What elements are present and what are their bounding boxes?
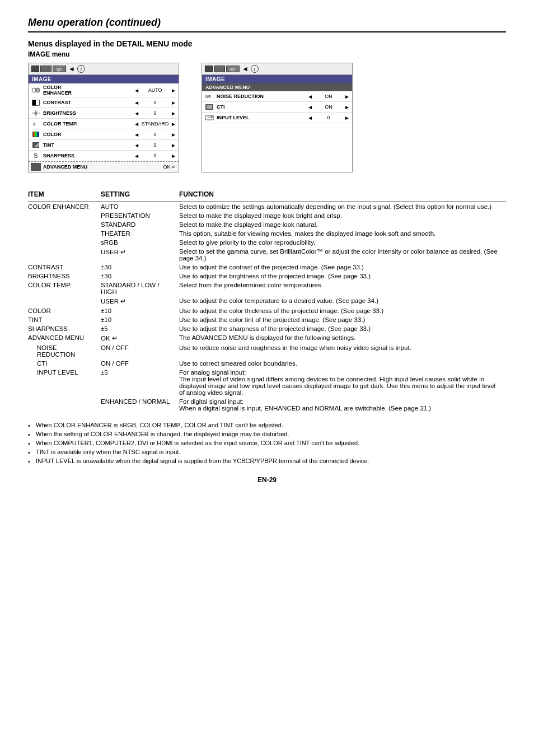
item-color-temp: COLOR TEMP. (28, 281, 101, 296)
menu-row-noise: NR NOISE REDUCTION ◄ ON ► (202, 91, 352, 102)
contrast-value: 0 (141, 100, 169, 105)
adv-menu-info-icon: i (251, 65, 259, 73)
arrow-right-7: ► (171, 153, 176, 159)
function-auto: Select to optimize the settings automati… (179, 202, 506, 212)
item-cti: CTI (28, 359, 101, 368)
item-input-level: INPUT LEVEL (28, 368, 101, 397)
tint-value: 0 (141, 142, 169, 148)
setting-color-temp: STANDARD / LOW / HIGH (101, 281, 179, 296)
bullet-text-2: When the setting of COLOR ENHANCER is ch… (36, 431, 289, 437)
advanced-menu-box: opt. ◄ i IMAGE ADVANCED MENU NR NOISE RE… (202, 63, 353, 172)
table-row: STANDARD Select to make the displayed im… (28, 220, 506, 229)
bullet-dot-2: • (28, 431, 31, 438)
menu-row-contrast: CONTRAST ◄ 0 ► (29, 97, 179, 108)
image-menu-title: IMAGE (29, 75, 179, 83)
table-row: SHARPNESS ±5 Use to adjust the sharpness… (28, 324, 506, 333)
info-table: ITEM SETTING FUNCTION COLOR ENHANCER AUT… (28, 189, 506, 413)
arrow-left-7: ◄ (134, 153, 139, 159)
setting-enhanced: ENHANCED / NORMAL (101, 397, 179, 413)
input-arrow-right: ► (344, 115, 350, 121)
setting-user-1: USER ↵ (101, 247, 179, 263)
advanced-menu-icon (31, 163, 41, 171)
adv-menu-icon-2 (214, 66, 225, 72)
adv-menu-arrow-icon: ◄ (242, 65, 249, 73)
item-empty-2 (28, 220, 101, 229)
svg-point-1 (35, 88, 40, 92)
input-level-value: 0 (315, 115, 343, 120)
table-row: ADVANCED MENU OK ↵ The ADVANCED MENU is … (28, 333, 506, 343)
setting-tint: ±10 (101, 315, 179, 324)
table-row: PRESENTATION Select to make the displaye… (28, 211, 506, 220)
setting-presentation: PRESENTATION (101, 211, 179, 220)
noise-arrow-right: ► (344, 94, 350, 100)
menu-row-brightness: BRIGHTNESS ◄ 0 ► (29, 108, 179, 119)
table-row: THEATER This option, suitable for viewin… (28, 229, 506, 238)
function-presentation: Select to make the displayed image look … (179, 211, 506, 220)
adv-menu-icon-1 (205, 66, 213, 72)
function-contrast: Use to adjust the contrast of the projec… (179, 263, 506, 272)
table-row: CTI ON / OFF Use to correct smeared colo… (28, 359, 506, 368)
function-srgb: Select to give priority to the color rep… (179, 238, 506, 247)
item-empty-1 (28, 211, 101, 220)
function-cti: Use to correct smeared color boundaries. (179, 359, 506, 368)
section-title: Menus displayed in the DETAIL MENU mode (28, 39, 506, 48)
menu-bottom-bar: ADVANCED MENU OK ↵ (29, 161, 179, 172)
bullet-dot-1: • (28, 422, 31, 429)
page-number: EN-29 (28, 476, 506, 484)
color-enhancer-value: AUTO (141, 87, 169, 93)
bullets-section: • When COLOR ENHANCER is sRGB, COLOR TEM… (28, 422, 506, 465)
bullet-dot-4: • (28, 449, 31, 456)
cti-label: CTI (217, 104, 307, 110)
col-setting: SETTING (101, 189, 179, 202)
bullet-text-1: When COLOR ENHANCER is sRGB, COLOR TEMP.… (36, 422, 283, 428)
color-temp-icon: ☀ (31, 120, 41, 128)
bullet-text-5: INPUT LEVEL is unavailable when the digi… (36, 458, 369, 464)
arrow-right-2: ► (171, 100, 176, 106)
contrast-icon (31, 99, 41, 106)
table-row: TINT ±10 Use to adjust the color tint of… (28, 315, 506, 324)
menu-row-color-enhancer: COLORENHANCER ◄ AUTO ► (29, 83, 179, 97)
table-row: COLOR ENHANCER AUTO Select to optimize t… (28, 202, 506, 212)
function-color-temp: Select from the predetermined color temp… (179, 281, 506, 296)
setting-user-2: USER ↵ (101, 296, 179, 306)
bullet-2: • When the setting of COLOR ENHANCER is … (28, 431, 506, 438)
cti-value: ON (315, 104, 343, 110)
table-row: USER ↵ Use to adjust the color temperatu… (28, 296, 506, 306)
setting-advanced: OK ↵ (101, 333, 179, 343)
advanced-menu-subtitle: ADVANCED MENU (202, 83, 352, 91)
adv-image-title: IMAGE (202, 75, 352, 83)
arrow-left-3: ◄ (134, 110, 139, 116)
noise-icon: NR (204, 92, 214, 100)
menu-icon-1 (31, 66, 39, 72)
function-noise: Use to reduce noise and roughness in the… (179, 343, 506, 359)
setting-noise: ON / OFF (101, 343, 179, 359)
table-section: ITEM SETTING FUNCTION COLOR ENHANCER AUT… (28, 189, 506, 413)
color-label: COLOR (43, 132, 134, 137)
item-brightness: BRIGHTNESS (28, 272, 101, 281)
cti-arrow-left: ◄ (307, 104, 313, 110)
function-user-2: Use to adjust the color temperature to a… (179, 296, 506, 306)
bullet-3: • When COMPUTER1, COMPUTER2, DVI or HDMI… (28, 440, 506, 447)
noise-value: ON (315, 94, 343, 99)
brightness-value: 0 (141, 110, 169, 116)
arrow-right-4: ► (171, 121, 176, 127)
table-row: USER ↵ Select to set the gamma curve, se… (28, 247, 506, 263)
table-row: CONTRAST ±30 Use to adjust the contrast … (28, 263, 506, 272)
color-icon (31, 130, 41, 138)
menu-row-input-level: INPUT LEVEL ◄ 0 ► (202, 113, 352, 123)
menus-container: opt. ◄ i IMAGE COLORENHANCER ◄ AUTO ► CO… (28, 63, 506, 172)
menu-icon-opt: opt. (53, 66, 66, 72)
item-tint: TINT (28, 315, 101, 324)
setting-contrast: ±30 (101, 263, 179, 272)
menu-header-icons: opt. ◄ i (29, 63, 179, 75)
item-color-enhancer: COLOR ENHANCER (28, 202, 101, 212)
color-temp-value: STANDARD (141, 121, 169, 127)
function-input-level: For analog signal input:The input level … (179, 368, 506, 397)
svg-rect-10 (207, 105, 212, 109)
setting-theater: THEATER (101, 229, 179, 238)
svg-marker-13 (211, 116, 213, 118)
menu-arrow-icon: ◄ (68, 65, 75, 73)
arrow-right-6: ► (171, 142, 176, 148)
advanced-menu-label: ADVANCED MENU (43, 164, 163, 170)
arrow-right-5: ► (171, 132, 176, 138)
